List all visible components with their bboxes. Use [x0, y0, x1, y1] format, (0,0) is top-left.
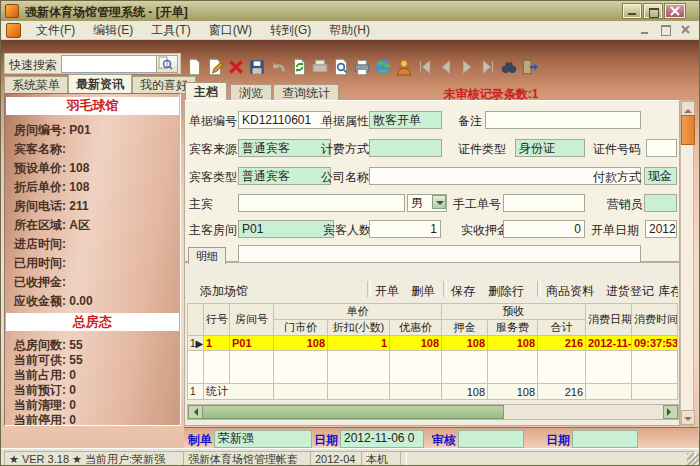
purchase-reg-button[interactable]: 进货登记 [606, 283, 654, 300]
scroll-down-button[interactable] [681, 410, 695, 425]
mdi-minimize-button[interactable] [640, 25, 651, 34]
close-button[interactable] [665, 4, 685, 18]
resize-grip[interactable] [687, 453, 699, 465]
tab-system-menu[interactable]: 系统菜单 [4, 76, 68, 93]
pay-method-field[interactable]: 现金 [644, 167, 677, 185]
manual-no-field[interactable] [503, 194, 585, 212]
goods-info-button[interactable]: 商品资料 [546, 283, 594, 300]
id-type-field[interactable]: 身份证 [515, 139, 585, 157]
scroll-up-button[interactable] [681, 101, 695, 116]
cell-preferential-price[interactable]: 108 [390, 336, 442, 351]
col-service-fee[interactable]: 服务费 [488, 320, 538, 336]
undo-icon [269, 58, 287, 76]
vertical-scrollbar[interactable] [680, 100, 694, 426]
search-button[interactable] [156, 55, 178, 73]
salesman-field[interactable] [644, 194, 677, 212]
exit-icon[interactable] [521, 58, 539, 76]
delete-icon[interactable] [227, 58, 245, 76]
maker-field[interactable]: 荣新强 [214, 430, 312, 448]
col-consume-time[interactable]: 消费时间 [632, 304, 678, 336]
cell-discount[interactable]: 1 [328, 336, 390, 351]
tab-browse[interactable]: 浏览 [230, 84, 272, 101]
tab-master[interactable]: 主档 [185, 82, 227, 101]
minimize-button[interactable] [623, 4, 641, 18]
scroll-left-button[interactable] [188, 405, 203, 419]
horizontal-scrollbar[interactable] [187, 404, 679, 420]
web-icon[interactable] [374, 58, 392, 76]
grid-empty-row [188, 351, 678, 384]
guest-type-field[interactable]: 普通宾客 [238, 167, 331, 185]
edit-icon[interactable] [206, 58, 224, 76]
status-row: 当前停用: 0 [14, 412, 76, 426]
col-line-no[interactable]: 行号 [204, 304, 230, 336]
menu-tools[interactable]: 工具(T) [142, 20, 199, 41]
save-row-button[interactable]: 保存 [451, 283, 475, 300]
col-discount[interactable]: 折扣(小数) [328, 320, 390, 336]
col-list-price[interactable]: 门市价 [274, 320, 328, 336]
main-guest-field[interactable] [238, 194, 405, 212]
guest-count-field[interactable]: 1 [369, 220, 441, 238]
print-icon[interactable] [353, 58, 371, 76]
scrollbar-thumb[interactable] [681, 115, 695, 145]
address-field[interactable] [238, 245, 641, 263]
menu-file[interactable]: 文件(F) [27, 20, 84, 41]
audit-field[interactable] [458, 430, 524, 448]
grid-data-row[interactable]: 1▶ 1 P01 108 1 108 108 108 216 2012-11-0… [188, 336, 678, 351]
print-preview-icon[interactable] [332, 58, 350, 76]
menu-edit[interactable]: 编辑(E) [84, 20, 142, 41]
gender-dropdown-button[interactable] [432, 195, 446, 209]
doc-no-field[interactable]: KD12110601 [238, 111, 331, 129]
find-icon[interactable] [500, 58, 518, 76]
open-bill-button[interactable]: 开单 [375, 283, 399, 300]
delete-row-button[interactable]: 删除行 [488, 283, 524, 300]
new-icon[interactable] [185, 58, 203, 76]
scrollbar-thumb[interactable] [202, 405, 504, 419]
user-icon[interactable] [395, 58, 413, 76]
field-label: 所在区域: [14, 218, 66, 232]
maximize-button[interactable] [644, 4, 662, 18]
add-venue-button[interactable]: 添加场馆 [200, 283, 248, 300]
main-room-field[interactable]: P01 [238, 220, 334, 238]
audit-date-field[interactable] [572, 430, 638, 448]
cell-consume-time[interactable]: 09:37:53 [632, 336, 678, 351]
bill-date-field[interactable]: 2012-1 [645, 220, 677, 238]
field-label: 预设单价: [14, 161, 66, 175]
cell-room-no[interactable]: P01 [230, 336, 274, 351]
stock-button[interactable]: 库存记录 [658, 283, 678, 300]
mdi-restore-button[interactable] [660, 25, 671, 34]
search-input[interactable] [61, 55, 157, 73]
cell-service-fee[interactable]: 108 [488, 336, 538, 351]
tab-query-stats[interactable]: 查询统计 [273, 84, 339, 101]
tab-latest-news[interactable]: 最新资讯 [68, 74, 132, 93]
menu-window[interactable]: 窗口(W) [200, 20, 261, 41]
billing-method-field[interactable] [369, 139, 442, 157]
col-deposit[interactable]: 押金 [442, 320, 488, 336]
delete-bill-button[interactable]: 删单 [411, 283, 435, 300]
doc-attr-field[interactable]: 散客开单 [369, 111, 442, 129]
col-total[interactable]: 合计 [538, 320, 586, 336]
field-value: 0 [69, 398, 76, 412]
empty-cell [204, 351, 230, 384]
scroll-right-button[interactable] [663, 405, 678, 419]
room-info-panel: 羽毛球馆 房间编号: P01 宾客名称: 预设单价: 108 折后单价: 108… [4, 93, 181, 426]
save-icon[interactable] [248, 58, 266, 76]
menu-help[interactable]: 帮助(H) [320, 20, 379, 41]
cell-list-price[interactable]: 108 [274, 336, 328, 351]
deposit-received-field[interactable]: 0 [503, 220, 585, 238]
id-number-field[interactable] [646, 139, 677, 157]
cell-deposit[interactable]: 108 [442, 336, 488, 351]
make-date-field[interactable]: 2012-11-06 0 [340, 430, 424, 448]
col-preferential-price[interactable]: 优惠价 [390, 320, 442, 336]
col-consume-date[interactable]: 消费日期 [586, 304, 632, 336]
venue-title: 羽毛球馆 [6, 97, 179, 115]
menu-goto[interactable]: 转到(G) [261, 20, 320, 41]
tab-detail[interactable]: 明细 [188, 247, 226, 264]
cell-total[interactable]: 216 [538, 336, 586, 351]
remark-field[interactable] [485, 111, 641, 129]
guest-source-field[interactable]: 普通宾客 [238, 139, 331, 157]
mdi-close-button[interactable] [680, 25, 691, 34]
cell-consume-date[interactable]: 2012-11-0 [586, 336, 632, 351]
col-room-no[interactable]: 房间号 [230, 304, 274, 336]
refresh-icon[interactable] [290, 58, 308, 76]
cell-line-no[interactable]: 1 [204, 336, 230, 351]
